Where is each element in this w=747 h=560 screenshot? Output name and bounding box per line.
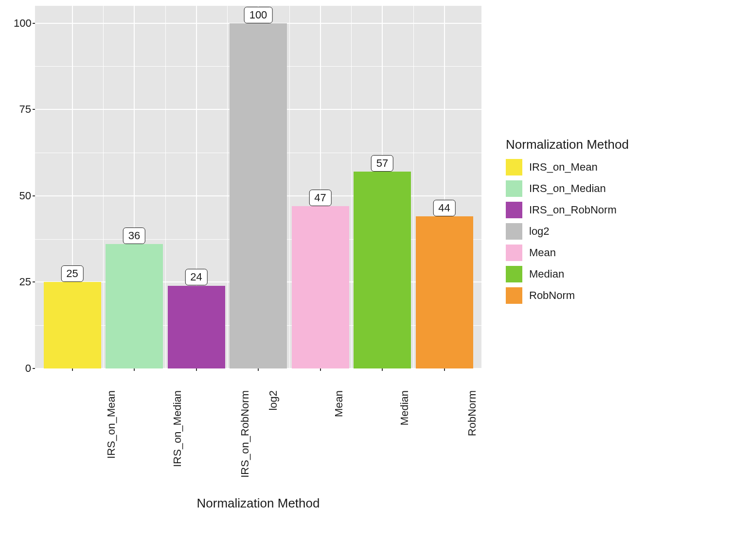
bar bbox=[106, 244, 163, 368]
bar bbox=[168, 286, 225, 369]
legend-swatch bbox=[506, 159, 522, 175]
x-tick-mark bbox=[444, 368, 445, 371]
legend-label: log2 bbox=[529, 225, 550, 238]
legend-swatch bbox=[506, 245, 522, 261]
y-tick-mark bbox=[33, 281, 35, 282]
bar bbox=[354, 172, 411, 368]
y-tick-mark bbox=[33, 23, 35, 24]
legend-label: Mean bbox=[529, 246, 556, 259]
x-tick-mark bbox=[134, 368, 135, 371]
gridline-v-minor bbox=[351, 6, 352, 368]
x-tick-label: Mean bbox=[332, 390, 345, 417]
bar-value-label: 44 bbox=[433, 200, 455, 216]
bar-value-label: 24 bbox=[185, 269, 207, 285]
bar bbox=[44, 282, 101, 368]
bar-value-label: 25 bbox=[61, 265, 83, 282]
gridline-v-minor bbox=[227, 6, 228, 368]
legend: Normalization Method IRS_on_MeanIRS_on_M… bbox=[506, 137, 629, 309]
x-tick-mark bbox=[196, 368, 197, 371]
y-tick-mark bbox=[33, 195, 35, 196]
legend-item: IRS_on_Mean bbox=[506, 159, 629, 175]
plot-panel: 253624100475744 bbox=[35, 6, 481, 368]
legend-label: IRS_on_Median bbox=[529, 182, 606, 195]
bar-value-label: 57 bbox=[371, 155, 393, 172]
legend-item: Mean bbox=[506, 245, 629, 261]
legend-item: IRS_on_Median bbox=[506, 180, 629, 197]
gridline-v-minor bbox=[165, 6, 166, 368]
bar bbox=[416, 216, 473, 368]
legend-title: Normalization Method bbox=[506, 137, 629, 152]
x-tick-label: IRS_on_RobNorm bbox=[238, 390, 251, 478]
legend-label: Median bbox=[529, 268, 564, 280]
x-tick-label: RobNorm bbox=[466, 390, 479, 436]
bar-value-label: 100 bbox=[244, 7, 273, 23]
legend-swatch bbox=[506, 223, 522, 240]
x-tick-label: log2 bbox=[267, 390, 280, 411]
bar bbox=[292, 206, 349, 368]
legend-label: RobNorm bbox=[529, 289, 575, 302]
legend-item: log2 bbox=[506, 223, 629, 240]
y-tick-mark bbox=[33, 109, 35, 110]
x-axis-title: Normalization Method bbox=[197, 496, 320, 511]
chart-stage: 253624100475744 0255075100 IRS_on_MeanIR… bbox=[0, 0, 747, 560]
y-tick-label: 0 bbox=[14, 362, 31, 375]
x-tick-label: IRS_on_Mean bbox=[105, 390, 118, 459]
legend-label: IRS_on_Mean bbox=[529, 161, 598, 174]
legend-item: Median bbox=[506, 266, 629, 282]
x-tick-mark bbox=[72, 368, 73, 371]
legend-swatch bbox=[506, 287, 522, 304]
x-tick-mark bbox=[320, 368, 321, 371]
y-tick-label: 75 bbox=[14, 103, 31, 116]
gridline-v-minor bbox=[413, 6, 414, 368]
y-tick-mark bbox=[33, 368, 35, 369]
bar-value-label: 36 bbox=[123, 228, 145, 244]
legend-label: IRS_on_RobNorm bbox=[529, 204, 617, 216]
x-tick-mark bbox=[258, 368, 259, 371]
x-tick-mark bbox=[382, 368, 383, 371]
bar-value-label: 47 bbox=[309, 190, 331, 206]
gridline-v-minor bbox=[289, 6, 290, 368]
gridline-v-minor bbox=[103, 6, 104, 368]
legend-item: IRS_on_RobNorm bbox=[506, 202, 629, 218]
y-tick-label: 50 bbox=[14, 190, 31, 202]
y-tick-label: 100 bbox=[14, 17, 31, 30]
legend-swatch bbox=[506, 202, 522, 218]
legend-swatch bbox=[506, 266, 522, 282]
bar bbox=[230, 23, 287, 368]
y-tick-label: 25 bbox=[14, 276, 31, 288]
x-tick-label: IRS_on_Median bbox=[171, 390, 184, 467]
legend-item: RobNorm bbox=[506, 287, 629, 304]
x-tick-label: Median bbox=[398, 390, 411, 425]
legend-swatch bbox=[506, 180, 522, 197]
